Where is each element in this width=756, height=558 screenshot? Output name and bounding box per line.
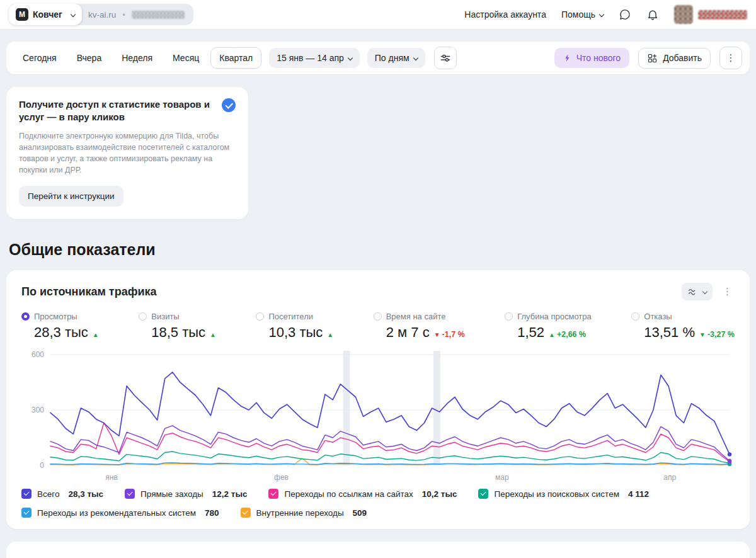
- metric-label: Посетители: [268, 312, 313, 321]
- legend-item-search[interactable]: Переходы из поисковых систем 4 112: [478, 489, 649, 499]
- promo-description: Подключите электронную коммерцию для Til…: [19, 130, 236, 176]
- trend-arrow-icon: ▲: [210, 331, 216, 338]
- date-range-value: 15 янв — 14 апр: [277, 53, 344, 63]
- chevron-down-icon: [71, 12, 76, 17]
- section-title: Общие показатели: [9, 241, 756, 259]
- chevron-down-icon: [702, 289, 707, 294]
- legend-item-recommendations[interactable]: Переходы из рекомендательных систем 780: [21, 508, 219, 518]
- date-range-picker[interactable]: 15 янв — 14 апр: [269, 48, 360, 68]
- granularity-value: По дням: [375, 53, 410, 63]
- whats-new-button[interactable]: Что нового: [554, 48, 629, 68]
- metrica-logo-icon: М: [16, 8, 28, 21]
- metric-value: 1,52: [517, 324, 544, 341]
- legend-item-total[interactable]: Всего 28,3 тыс: [21, 489, 103, 499]
- checkbox-icon[interactable]: [241, 508, 251, 518]
- segment-filter-button[interactable]: [434, 47, 457, 69]
- lightning-icon: [563, 53, 572, 63]
- checkbox-icon[interactable]: [125, 489, 135, 499]
- metric-label: Время на сайте: [386, 312, 446, 321]
- trend-arrow-icon: ▼: [699, 331, 706, 338]
- metric-visits[interactable]: Визиты 18,5 тыс ▲: [139, 312, 216, 341]
- granularity-select[interactable]: По дням: [367, 48, 425, 68]
- checkbox-icon[interactable]: [478, 489, 488, 499]
- notifications-bell-icon[interactable]: [646, 8, 659, 21]
- legend-label: Переходы по ссылкам на сайтах: [284, 489, 413, 499]
- metric-label: Глубина просмотра: [517, 312, 592, 321]
- checkbox-icon[interactable]: [268, 489, 278, 499]
- chevron-down-icon: [348, 55, 353, 60]
- chat-icon[interactable]: [619, 8, 631, 21]
- add-widget-icon: [647, 53, 658, 64]
- metric-bounce-rate[interactable]: Отказы 13,51 % ▼ -3,27 %: [631, 312, 735, 341]
- metric-selector-row: Просмотры 28,3 тыс ▲ Визиты 18,5 тыс ▲ П…: [21, 312, 735, 341]
- metric-radio[interactable]: [505, 312, 513, 321]
- metric-label: Просмотры: [34, 312, 77, 321]
- legend-value: 509: [353, 508, 367, 518]
- metric-value: 2 м 7 с: [386, 324, 430, 341]
- metric-time-on-site[interactable]: Время на сайте 2 м 7 с ▼ -1,7 %: [374, 312, 465, 341]
- metric-label: Отказы: [644, 312, 672, 321]
- workspace-name: Ковчег: [33, 9, 62, 20]
- wave-chart-icon: [687, 286, 699, 297]
- metric-value: 13,51 %: [644, 324, 695, 341]
- kebab-icon: ⋮: [726, 52, 736, 64]
- legend-value: 12,2 тыс: [212, 489, 248, 499]
- metric-label: Визиты: [151, 312, 179, 321]
- trend-delta: +2,66 %: [557, 330, 586, 339]
- legend-value: 4 112: [628, 489, 649, 499]
- tab-month[interactable]: Месяц: [164, 47, 208, 69]
- legend-label: Переходы из рекомендательных систем: [37, 508, 196, 518]
- chart-legend: Всего 28,3 тыс Прямые заходы 12,2 тыс Пе…: [21, 489, 735, 518]
- legend-value: 10,2 тыс: [422, 489, 457, 499]
- tab-quarter[interactable]: Квартал: [210, 47, 261, 69]
- metric-value: 18,5 тыс: [151, 324, 205, 341]
- tab-week[interactable]: Неделя: [113, 47, 161, 69]
- chart-type-select[interactable]: [682, 283, 713, 300]
- site-link[interactable]: kv-ai.ru: [88, 10, 116, 20]
- legend-item-direct[interactable]: Прямые заходы 12,2 тыс: [125, 489, 247, 499]
- checkbox-icon[interactable]: [21, 508, 32, 518]
- chevron-down-icon: [413, 55, 418, 60]
- dot-separator: •: [122, 10, 125, 20]
- traffic-line-chart[interactable]: 0300600янвфевмарапр: [21, 348, 735, 484]
- help-label: Помощь: [561, 9, 595, 20]
- legend-item-site-links[interactable]: Переходы по ссылкам на сайтах 10,2 тыс: [268, 489, 457, 499]
- promo-card: Получите доступ к статистике товаров и у…: [6, 87, 248, 219]
- promo-cta-button[interactable]: Перейти к инструкции: [19, 186, 123, 207]
- check-badge-icon: [222, 98, 236, 112]
- chart-kebab-menu[interactable]: ⋮: [720, 285, 735, 299]
- trend-delta: -1,7 %: [442, 330, 465, 339]
- workspace-group: М Ковчег kv-ai.ru •: [9, 4, 193, 25]
- metric-radio[interactable]: [374, 312, 382, 321]
- legend-label: Переходы из поисковых систем: [494, 489, 619, 499]
- metric-radio[interactable]: [256, 312, 264, 321]
- svg-text:0: 0: [40, 461, 44, 470]
- tab-today[interactable]: Сегодня: [14, 47, 66, 69]
- metric-value: 10,3 тыс: [268, 324, 323, 341]
- promo-title: Получите доступ к статистике товаров и у…: [19, 98, 215, 124]
- help-menu[interactable]: Помощь: [561, 9, 604, 20]
- svg-text:апр: апр: [663, 473, 676, 482]
- checkbox-icon[interactable]: [21, 489, 32, 499]
- metric-views[interactable]: Просмотры 28,3 тыс ▲: [21, 312, 99, 341]
- svg-text:300: 300: [32, 406, 44, 414]
- svg-text:мар: мар: [495, 473, 509, 482]
- redacted-username: [698, 10, 747, 20]
- legend-value: 28,3 тыс: [68, 489, 103, 499]
- trend-delta: -3,27 %: [707, 330, 735, 339]
- account-settings-link[interactable]: Настройка аккаунта: [464, 9, 546, 20]
- user-account[interactable]: [674, 5, 747, 24]
- metric-radio[interactable]: [21, 312, 30, 321]
- metric-visitors[interactable]: Посетители 10,3 тыс ▲: [256, 312, 333, 341]
- workspace-switcher[interactable]: М Ковчег: [9, 4, 82, 25]
- toolbar-kebab-menu[interactable]: ⋮: [719, 47, 742, 69]
- metric-depth[interactable]: Глубина просмотра 1,52 ▲ +2,66 %: [505, 312, 592, 341]
- legend-value: 780: [205, 508, 219, 518]
- sliders-icon: [439, 52, 452, 64]
- metric-radio[interactable]: [631, 312, 639, 321]
- tab-yesterday[interactable]: Вчера: [68, 47, 111, 69]
- metric-radio[interactable]: [139, 312, 147, 321]
- legend-label: Прямые заходы: [140, 489, 203, 499]
- add-widget-button[interactable]: Добавить: [638, 48, 711, 69]
- legend-item-internal[interactable]: Внутренние переходы 509: [241, 508, 367, 518]
